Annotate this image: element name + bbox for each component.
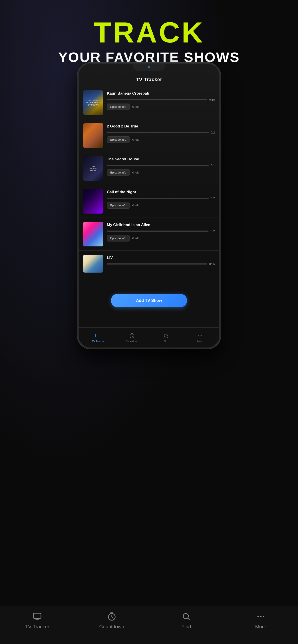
- episode-left-kbc: 0 left: [132, 105, 139, 108]
- svg-point-3: [198, 336, 199, 336]
- more-icon: [197, 333, 203, 339]
- show-info-alien: My Girlfriend is an Alien 0/2 Episode in…: [107, 222, 215, 242]
- nav-label-find: Find: [164, 340, 168, 342]
- show-item-kbc[interactable]: 710 CROREKAUN BANEGACROREPATI Kaun Baneg…: [79, 86, 219, 119]
- thumb-kbc-text: 710 CROREKAUN BANEGACROREPATI: [85, 98, 102, 107]
- bottom-nav: TV Tracker Countdown: [79, 327, 219, 348]
- progress-bar-bg-live: [107, 264, 207, 264]
- nav-label-more: More: [197, 340, 203, 342]
- find-icon: [163, 333, 169, 339]
- outer-nav-label-more: More: [255, 624, 266, 630]
- progress-row-live: 0/36: [107, 262, 215, 266]
- nav-label-tv-tracker: TV Tracker: [92, 340, 104, 342]
- show-item-2good[interactable]: 2 Good 2 Be True 0/2 Episode info 0 left: [79, 119, 219, 152]
- progress-row-call-night: 0/2: [107, 196, 215, 200]
- phone-notch: [133, 64, 165, 71]
- outer-nav-label-find: Find: [182, 624, 191, 630]
- progress-bar-bg-2good: [107, 132, 209, 133]
- episode-left-secret: 0 left: [132, 171, 139, 174]
- progress-row-2good: 0/2: [107, 131, 215, 134]
- add-tv-show-button[interactable]: Add TV Show: [111, 294, 187, 307]
- show-item-alien[interactable]: My Girlfriend is an Alien 0/2 Episode in…: [79, 218, 219, 251]
- show-title-live: LIV...: [107, 256, 215, 260]
- episode-row-secret: Episode info 0 left: [107, 169, 215, 176]
- svg-point-11: [263, 616, 264, 618]
- nav-item-find[interactable]: Find: [149, 333, 183, 342]
- outer-countdown-icon: [106, 611, 117, 622]
- add-tv-show-label: Add TV Show: [136, 298, 162, 303]
- hero-track-label: TRACK: [0, 18, 298, 47]
- episode-row-call-night: Episode info 0 left: [107, 202, 215, 209]
- show-title-call-night: Call of the Night: [107, 190, 215, 194]
- progress-bar-bg-secret: [107, 165, 209, 166]
- hero-section: TRACK YOUR FAVORITE SHOWS: [0, 0, 298, 72]
- outer-nav-more[interactable]: More: [233, 611, 289, 630]
- episode-left-2good: 0 left: [132, 138, 139, 141]
- outer-tv-tracker-icon: [32, 611, 43, 622]
- tv-tracker-icon: [95, 333, 101, 339]
- progress-row-kbc: 0/15: [107, 98, 215, 101]
- progress-count-kbc: 0/15: [209, 98, 215, 101]
- phone-frame: TV Tracker 710 CROREKAUN BANEGACROREPATI…: [77, 62, 221, 349]
- show-info-kbc: Kaun Banega Crorepati 0/15 Episode info …: [107, 90, 215, 110]
- progress-row-secret: 0/1: [107, 164, 215, 167]
- show-thumbnail-alien: [83, 222, 103, 246]
- outer-nav-tv-tracker[interactable]: TV Tracker: [9, 611, 65, 630]
- show-thumbnail-2good: [83, 123, 103, 148]
- show-item-secret[interactable]: THESECRETHOUSE The Secret House 0/1 Epis…: [79, 152, 219, 185]
- episode-left-alien: 0 left: [132, 236, 139, 240]
- show-item-live[interactable]: LIV... 0/36: [79, 251, 219, 274]
- svg-point-5: [201, 336, 202, 336]
- svg-rect-6: [34, 613, 41, 618]
- episode-info-btn-call-night[interactable]: Episode info: [107, 202, 130, 209]
- episode-row-kbc: Episode info 0 left: [107, 104, 215, 110]
- show-title-kbc: Kaun Banega Crorepati: [107, 91, 215, 96]
- countdown-icon: [129, 333, 135, 339]
- nav-item-more[interactable]: More: [183, 333, 217, 342]
- progress-count-2good: 0/2: [211, 131, 215, 134]
- episode-info-btn-secret[interactable]: Episode info: [107, 169, 130, 176]
- outer-find-icon: [181, 611, 192, 622]
- outer-nav-find[interactable]: Find: [158, 611, 214, 630]
- nav-label-countdown: Countdown: [126, 340, 138, 342]
- svg-point-9: [257, 616, 259, 618]
- phone-screen: TV Tracker 710 CROREKAUN BANEGACROREPATI…: [79, 64, 219, 348]
- show-info-call-night: Call of the Night 0/2 Episode info 0 lef…: [107, 189, 215, 209]
- episode-info-btn-kbc[interactable]: Episode info: [107, 104, 130, 110]
- svg-point-4: [200, 336, 201, 336]
- progress-bar-bg-alien: [107, 230, 209, 232]
- nav-item-tv-tracker[interactable]: TV Tracker: [81, 333, 115, 342]
- progress-count-secret: 0/1: [211, 164, 215, 167]
- nav-item-countdown[interactable]: Countdown: [115, 333, 149, 342]
- show-thumbnail-kbc: 710 CROREKAUN BANEGACROREPATI: [83, 90, 103, 115]
- show-item-call-night[interactable]: Call of the Night 0/2 Episode info 0 lef…: [79, 185, 219, 218]
- outer-nav-label-countdown: Countdown: [99, 624, 124, 630]
- show-thumbnail-live: [83, 255, 103, 272]
- progress-count-call-night: 0/2: [211, 196, 215, 200]
- show-title-alien: My Girlfriend is an Alien: [107, 223, 215, 227]
- show-info-secret: The Secret House 0/1 Episode info 0 left: [107, 156, 215, 176]
- svg-rect-0: [96, 334, 100, 337]
- thumb-secret-text: THESECRETHOUSE: [89, 164, 98, 172]
- progress-bar-bg-kbc: [107, 99, 207, 100]
- progress-count-alien: 0/2: [211, 230, 215, 233]
- progress-count-live: 0/36: [209, 262, 215, 266]
- outer-more-icon: [255, 611, 266, 622]
- episode-left-call-night: 0 left: [132, 204, 139, 207]
- show-info-2good: 2 Good 2 Be True 0/2 Episode info 0 left: [107, 123, 215, 143]
- outer-nav-countdown[interactable]: Countdown: [84, 611, 140, 630]
- app-title: TV Tracker: [136, 77, 162, 82]
- show-title-2good: 2 Good 2 Be True: [107, 124, 215, 128]
- show-info-live: LIV... 0/36: [107, 255, 215, 268]
- show-title-secret: The Secret House: [107, 157, 215, 162]
- episode-info-btn-2good[interactable]: Episode info: [107, 136, 130, 143]
- svg-point-10: [260, 616, 261, 618]
- episode-info-btn-alien[interactable]: Episode info: [107, 235, 130, 242]
- outer-bottom-bar: TV Tracker Countdown Find: [0, 606, 298, 644]
- show-thumbnail-secret: THESECRETHOUSE: [83, 156, 103, 181]
- outer-nav-label-tv-tracker: TV Tracker: [25, 624, 49, 630]
- progress-bar-bg-call-night: [107, 198, 209, 199]
- progress-row-alien: 0/2: [107, 230, 215, 233]
- show-list[interactable]: 710 CROREKAUN BANEGACROREPATI Kaun Baneg…: [79, 86, 219, 327]
- show-thumbnail-call-night: [83, 189, 103, 214]
